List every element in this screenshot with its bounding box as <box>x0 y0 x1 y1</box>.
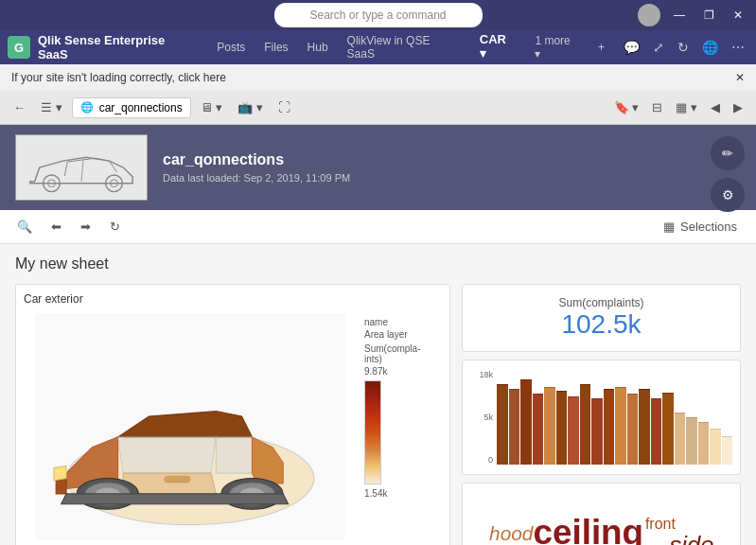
bar-chart-container: 18k 5k 0 <box>470 368 732 466</box>
bar-6 <box>556 391 568 465</box>
bar-5 <box>544 387 555 465</box>
bar-16 <box>675 413 686 465</box>
nav-layout-btn[interactable]: ▦ ▾ <box>670 97 703 118</box>
kpi-value: 102.5k <box>474 309 729 340</box>
bar-12 <box>627 394 639 465</box>
bar-13 <box>639 389 650 465</box>
legend-measure-label: Sum(compla-ints) <box>364 343 434 364</box>
avatar <box>638 4 660 26</box>
word-front: front <box>645 516 677 532</box>
title-bar-search[interactable]: Search or type a command <box>274 3 483 27</box>
nav-next-btn[interactable]: ▶ <box>728 97 748 118</box>
nav-address-text: car_qonnections <box>99 101 183 114</box>
close-button[interactable]: ✕ <box>728 7 748 24</box>
legend-title1: name <box>364 317 434 327</box>
nav-address-bar[interactable]: 🌐 car_qonnections <box>72 97 191 118</box>
svg-rect-0 <box>16 135 147 201</box>
menu-car[interactable]: CAR ▾ <box>472 28 524 66</box>
app-name: car_qonnections <box>163 151 741 168</box>
app-logo: G <box>8 36 30 59</box>
nav-right-buttons: 🔖 ▾ ⊟ ▦ ▾ ◀ ▶ <box>608 97 748 118</box>
settings-button[interactable]: ⚙ <box>711 178 745 212</box>
bar-10 <box>604 389 615 465</box>
nav-screen-btn[interactable]: 📺 ▾ <box>232 97 269 118</box>
app-date: Data last loaded: Sep 2, 2019, 11:09 PM <box>163 172 741 184</box>
viz-container: Car exterior <box>15 284 741 545</box>
bar-3 <box>520 379 532 465</box>
car-thumbnail-svg <box>16 134 147 201</box>
menu-posts[interactable]: Posts <box>209 37 253 58</box>
nav-menu-button[interactable]: ☰ ▾ <box>35 97 68 118</box>
word-ceiling: ceiling <box>534 513 644 545</box>
bar-19 <box>710 429 721 465</box>
edit-button[interactable]: ✏ <box>711 136 745 170</box>
main-content: My new sheet Car exterior <box>0 244 756 545</box>
bar-7 <box>568 396 579 465</box>
word-cloud-svg: hood ceiling front side <box>470 491 732 545</box>
bar-chart[interactable] <box>497 368 732 466</box>
menu-globe-icon[interactable]: 🌐 <box>698 38 722 57</box>
word-side: side <box>670 532 714 545</box>
menu-add-tab[interactable]: + <box>590 37 612 58</box>
menu-hub[interactable]: Hub <box>300 37 336 58</box>
nav-device-btn[interactable]: 🖥 ▾ <box>195 97 229 118</box>
car-colored-svg <box>24 313 357 540</box>
minimize-button[interactable]: — <box>668 7 691 24</box>
car-exterior-section: Car exterior <box>15 284 450 545</box>
bar-20 <box>722 436 733 465</box>
bar-8 <box>580 384 591 465</box>
nav-split-btn[interactable]: ⊟ <box>646 97 668 118</box>
selections-button[interactable]: ▦ Selections <box>656 216 745 237</box>
menu-qlikview[interactable]: QlikView in QSE SaaS <box>340 30 468 64</box>
menu-dots-icon[interactable]: ⋯ <box>728 38 748 57</box>
app-action-buttons: ✏ ⚙ <box>711 136 745 212</box>
legend-max-value: 9.87k <box>364 366 434 377</box>
menu-files[interactable]: Files <box>256 37 295 58</box>
app-header: car_qonnections Data last loaded: Sep 2,… <box>0 125 756 210</box>
word-hood: hood <box>489 522 535 544</box>
app-menu-bar: G Qlik Sense Enterprise SaaS Posts Files… <box>0 30 756 64</box>
bar-11 <box>615 387 626 465</box>
bar-9 <box>591 398 603 465</box>
menu-more[interactable]: 1 more ▾ <box>527 30 587 64</box>
kpi-label: Sum(complaints) <box>474 296 729 309</box>
nav-back-button[interactable]: ← <box>8 97 31 118</box>
nav-prev-btn[interactable]: ◀ <box>705 97 726 118</box>
sheet-title: My new sheet <box>15 255 741 272</box>
y-axis: 18k 5k 0 <box>470 368 493 466</box>
menu-expand-icon[interactable]: ⤢ <box>649 38 668 57</box>
bar-4 <box>533 394 544 465</box>
warning-close-icon[interactable]: ✕ <box>735 71 745 84</box>
car-image-area[interactable] <box>24 313 357 540</box>
svg-rect-13 <box>165 476 190 483</box>
app-title: Qlik Sense Enterprise SaaS <box>38 33 198 62</box>
legend-min-value: 1.54k <box>364 488 434 499</box>
nav-bookmark-btn[interactable]: 🔖 ▾ <box>608 97 645 118</box>
kpi-box: Sum(complaints) 102.5k <box>462 284 741 352</box>
selections-label: Selections <box>680 220 737 234</box>
app-thumbnail <box>15 134 148 201</box>
tool-back-button[interactable]: ⬅ <box>45 216 67 237</box>
title-bar-controls: — ❐ ✕ <box>638 4 748 26</box>
menu-icons: 💬 ⤢ ↻ 🌐 ⋯ <box>620 38 748 57</box>
word-cloud-box[interactable]: hood ceiling front side <box>462 483 741 545</box>
nav-site-icon: 🌐 <box>80 101 94 114</box>
restore-button[interactable]: ❐ <box>698 7 720 24</box>
app-info: car_qonnections Data last loaded: Sep 2,… <box>163 151 741 184</box>
zoom-tool-button[interactable]: 🔍 <box>11 216 38 237</box>
bar-chart-box: 18k 5k 0 <box>462 360 741 475</box>
warning-bar: If your site isn't loading correctly, cl… <box>0 64 756 91</box>
title-bar: Search or type a command — ❐ ✕ <box>0 0 756 30</box>
menu-comment-icon[interactable]: 💬 <box>620 38 643 57</box>
kpi-section: Sum(complaints) 102.5k 18k 5k 0 <box>462 284 741 545</box>
car-visualization: name Area layer Sum(compla-ints) 9.87k 1… <box>24 313 442 540</box>
bar-18 <box>698 422 710 465</box>
y-axis-mid: 5k <box>470 413 493 422</box>
bar-1 <box>497 384 508 465</box>
y-axis-max: 18k <box>470 370 493 379</box>
bar-2 <box>509 389 520 465</box>
nav-extend-btn[interactable]: ⛶ <box>273 97 296 118</box>
tool-forward-button[interactable]: ➡ <box>75 216 97 237</box>
menu-refresh-icon[interactable]: ↻ <box>674 38 693 57</box>
tool-refresh-button[interactable]: ↻ <box>104 216 126 237</box>
